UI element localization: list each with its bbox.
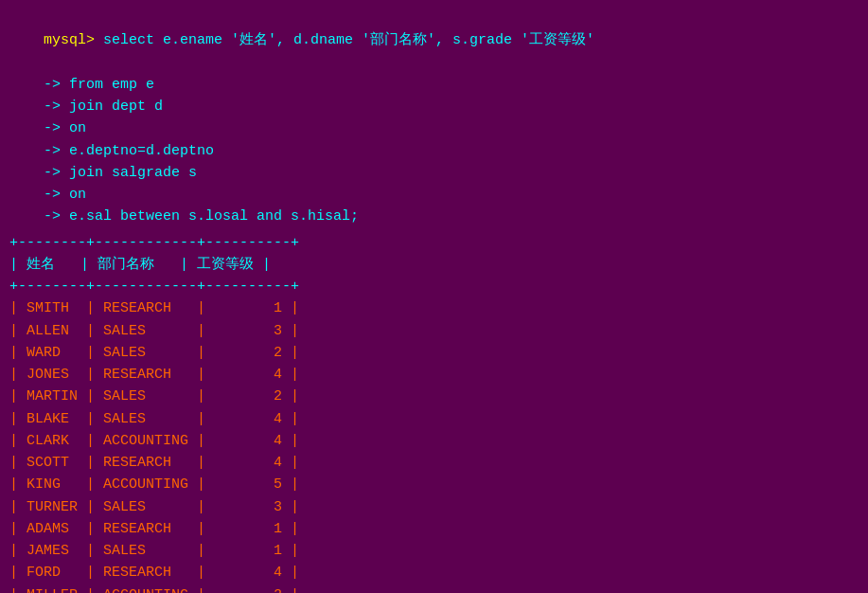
terminal-window: mysql> select e.ename '姓名', d.dname '部门名… (9, 8, 859, 593)
table-header: | 姓名 | 部门名称 | 工资等级 | (9, 254, 859, 276)
table-row-4: | MARTIN | SALES | 2 | (9, 386, 859, 407)
table-row-2: | WARD | SALES | 2 | (9, 342, 859, 364)
table-row-0: | SMITH | RESEARCH | 1 | (9, 297, 859, 319)
prompt-symbol: mysql> (44, 32, 103, 48)
continuation-line-4: -> join salgrade s (9, 162, 859, 184)
continuation-line-2: -> on (9, 117, 859, 139)
table-row-8: | KING | ACCOUNTING | 5 | (9, 474, 859, 495)
continuation-line-5: -> on (9, 184, 859, 206)
table-container: +--------+------------+----------+ | 姓名 … (9, 232, 859, 594)
continuation-line-0: -> from emp e (9, 74, 859, 96)
table-row-12: | FORD | RESEARCH | 4 | (9, 562, 859, 584)
table-data-rows: | SMITH | RESEARCH | 1 || ALLEN | SALES … (9, 297, 859, 593)
table-row-7: | SCOTT | RESEARCH | 4 | (9, 452, 859, 474)
table-row-6: | CLARK | ACCOUNTING | 4 | (9, 430, 859, 452)
divider-mid: +--------+------------+----------+ (9, 276, 859, 297)
table-row-5: | BLAKE | SALES | 4 | (9, 408, 859, 430)
continuation-line-3: -> e.deptno=d.deptno (9, 140, 859, 162)
table-row-9: | TURNER | SALES | 3 | (9, 496, 859, 518)
divider-top: +--------+------------+----------+ (9, 232, 859, 254)
table-row-10: | ADAMS | RESEARCH | 1 | (9, 518, 859, 540)
table-row-1: | ALLEN | SALES | 3 | (9, 320, 859, 342)
query-text-line1: select e.ename '姓名', d.dname '部门名称', s.g… (103, 32, 594, 48)
table-row-13: | MILLER | ACCOUNTING | 2 | (9, 584, 859, 594)
continuation-line-1: -> join dept d (9, 96, 859, 117)
query-first-line: mysql> select e.ename '姓名', d.dname '部门名… (9, 8, 859, 74)
continuation-line-6: -> e.sal between s.losal and s.hisal; (9, 206, 859, 227)
table-row-3: | JONES | RESEARCH | 4 | (9, 364, 859, 386)
table-row-11: | JAMES | SALES | 1 | (9, 540, 859, 562)
continuation-lines: -> from emp e -> join dept d -> on -> e.… (9, 74, 859, 228)
